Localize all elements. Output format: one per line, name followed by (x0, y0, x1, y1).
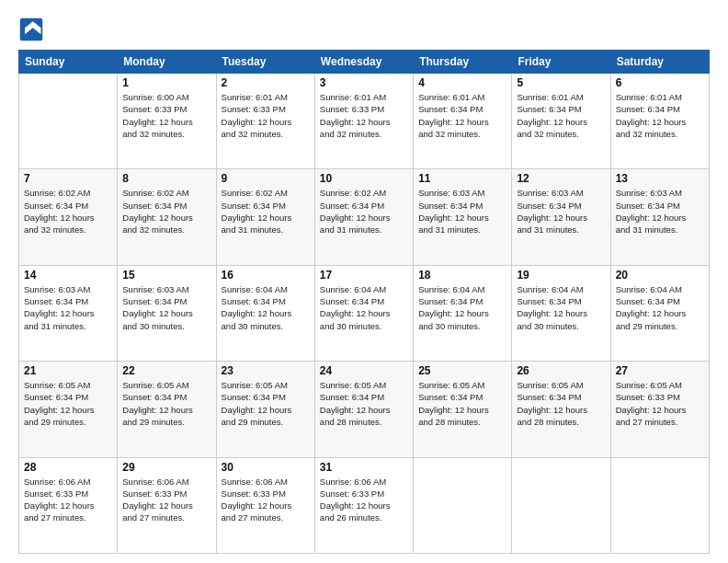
calendar-cell: 17Sunrise: 6:04 AMSunset: 6:34 PMDayligh… (314, 265, 413, 361)
day-header-friday: Friday (512, 51, 610, 74)
day-number: 23 (222, 364, 310, 377)
calendar-cell (512, 457, 610, 553)
day-header-saturday: Saturday (610, 51, 709, 74)
day-info: Sunrise: 6:02 AMSunset: 6:34 PMDaylight:… (222, 187, 310, 236)
day-number: 4 (418, 76, 506, 89)
day-info: Sunrise: 6:04 AMSunset: 6:34 PMDaylight:… (320, 283, 408, 332)
day-number: 27 (616, 364, 704, 377)
calendar-cell: 6Sunrise: 6:01 AMSunset: 6:34 PMDaylight… (610, 74, 709, 169)
calendar-cell: 18Sunrise: 6:04 AMSunset: 6:34 PMDayligh… (414, 265, 512, 361)
day-header-monday: Monday (118, 51, 216, 74)
day-number: 6 (616, 76, 704, 89)
day-info: Sunrise: 6:06 AMSunset: 6:33 PMDaylight:… (222, 476, 310, 524)
day-number: 11 (418, 172, 506, 185)
calendar-header-row: SundayMondayTuesdayWednesdayThursdayFrid… (19, 51, 710, 74)
day-number: 25 (418, 364, 506, 377)
calendar-cell: 20Sunrise: 6:04 AMSunset: 6:34 PMDayligh… (610, 265, 709, 361)
day-number: 3 (320, 76, 408, 89)
day-number: 20 (616, 269, 704, 282)
calendar-cell: 15Sunrise: 6:03 AMSunset: 6:34 PMDayligh… (118, 265, 216, 361)
day-info: Sunrise: 6:02 AMSunset: 6:34 PMDaylight:… (320, 187, 408, 236)
day-info: Sunrise: 6:05 AMSunset: 6:34 PMDaylight:… (24, 379, 112, 428)
calendar-cell: 11Sunrise: 6:03 AMSunset: 6:34 PMDayligh… (414, 169, 512, 265)
day-header-sunday: Sunday (19, 51, 118, 74)
day-info: Sunrise: 6:04 AMSunset: 6:34 PMDaylight:… (418, 283, 506, 332)
day-info: Sunrise: 6:01 AMSunset: 6:33 PMDaylight:… (222, 91, 310, 140)
day-info: Sunrise: 6:04 AMSunset: 6:34 PMDaylight:… (222, 283, 310, 332)
day-info: Sunrise: 6:05 AMSunset: 6:34 PMDaylight:… (222, 379, 310, 428)
day-number: 17 (320, 269, 408, 282)
calendar-week-2: 7Sunrise: 6:02 AMSunset: 6:34 PMDaylight… (19, 169, 710, 265)
calendar-cell: 21Sunrise: 6:05 AMSunset: 6:34 PMDayligh… (19, 362, 118, 457)
calendar-cell: 23Sunrise: 6:05 AMSunset: 6:34 PMDayligh… (216, 362, 314, 457)
calendar-cell: 2Sunrise: 6:01 AMSunset: 6:33 PMDaylight… (216, 74, 314, 169)
day-number: 21 (24, 364, 112, 377)
day-number: 24 (320, 364, 408, 377)
calendar-week-4: 21Sunrise: 6:05 AMSunset: 6:34 PMDayligh… (19, 362, 710, 457)
calendar-cell: 24Sunrise: 6:05 AMSunset: 6:34 PMDayligh… (314, 362, 413, 457)
day-header-wednesday: Wednesday (314, 51, 413, 74)
day-header-thursday: Thursday (414, 51, 512, 74)
calendar-cell: 3Sunrise: 6:01 AMSunset: 6:33 PMDaylight… (314, 74, 413, 169)
day-number: 26 (517, 364, 605, 377)
day-number: 31 (320, 461, 408, 474)
day-number: 28 (24, 461, 112, 474)
calendar-week-5: 28Sunrise: 6:06 AMSunset: 6:33 PMDayligh… (19, 457, 710, 553)
calendar-cell: 26Sunrise: 6:05 AMSunset: 6:34 PMDayligh… (512, 362, 610, 457)
day-number: 1 (122, 76, 210, 89)
day-info: Sunrise: 6:03 AMSunset: 6:34 PMDaylight:… (24, 283, 112, 332)
day-info: Sunrise: 6:02 AMSunset: 6:34 PMDaylight:… (122, 187, 210, 236)
calendar-cell: 27Sunrise: 6:05 AMSunset: 6:33 PMDayligh… (610, 362, 709, 457)
calendar-cell: 19Sunrise: 6:04 AMSunset: 6:34 PMDayligh… (512, 265, 610, 361)
day-number: 15 (122, 269, 210, 282)
day-info: Sunrise: 6:02 AMSunset: 6:34 PMDaylight:… (24, 187, 112, 236)
day-info: Sunrise: 6:04 AMSunset: 6:34 PMDaylight:… (616, 283, 704, 332)
day-header-tuesday: Tuesday (216, 51, 314, 74)
day-info: Sunrise: 6:06 AMSunset: 6:33 PMDaylight:… (122, 476, 210, 524)
day-info: Sunrise: 6:03 AMSunset: 6:34 PMDaylight:… (122, 283, 210, 332)
calendar-cell: 22Sunrise: 6:05 AMSunset: 6:34 PMDayligh… (118, 362, 216, 457)
calendar-cell: 10Sunrise: 6:02 AMSunset: 6:34 PMDayligh… (314, 169, 413, 265)
calendar-week-3: 14Sunrise: 6:03 AMSunset: 6:34 PMDayligh… (19, 265, 710, 361)
calendar-cell: 8Sunrise: 6:02 AMSunset: 6:34 PMDaylight… (118, 169, 216, 265)
day-info: Sunrise: 6:03 AMSunset: 6:34 PMDaylight:… (517, 187, 605, 236)
calendar-cell: 29Sunrise: 6:06 AMSunset: 6:33 PMDayligh… (118, 457, 216, 553)
calendar-cell: 12Sunrise: 6:03 AMSunset: 6:34 PMDayligh… (512, 169, 610, 265)
day-info: Sunrise: 6:01 AMSunset: 6:33 PMDaylight:… (320, 91, 408, 140)
day-info: Sunrise: 6:06 AMSunset: 6:33 PMDaylight:… (320, 476, 408, 524)
day-info: Sunrise: 6:01 AMSunset: 6:34 PMDaylight:… (616, 91, 704, 140)
calendar-cell (414, 457, 512, 553)
calendar-cell: 30Sunrise: 6:06 AMSunset: 6:33 PMDayligh… (216, 457, 314, 553)
day-info: Sunrise: 6:05 AMSunset: 6:34 PMDaylight:… (418, 379, 506, 428)
day-info: Sunrise: 6:05 AMSunset: 6:34 PMDaylight:… (517, 379, 605, 428)
day-info: Sunrise: 6:01 AMSunset: 6:34 PMDaylight:… (418, 91, 506, 140)
logo (18, 17, 48, 42)
day-info: Sunrise: 6:03 AMSunset: 6:34 PMDaylight:… (616, 187, 704, 236)
calendar-cell: 1Sunrise: 6:00 AMSunset: 6:33 PMDaylight… (118, 74, 216, 169)
day-number: 30 (222, 461, 310, 474)
day-number: 7 (24, 172, 112, 185)
page-header (18, 17, 710, 42)
logo-icon (18, 17, 44, 42)
day-number: 12 (517, 172, 605, 185)
day-number: 14 (24, 269, 112, 282)
day-info: Sunrise: 6:05 AMSunset: 6:34 PMDaylight:… (320, 379, 408, 428)
calendar-cell: 13Sunrise: 6:03 AMSunset: 6:34 PMDayligh… (610, 169, 709, 265)
day-number: 5 (517, 76, 605, 89)
calendar-cell: 5Sunrise: 6:01 AMSunset: 6:34 PMDaylight… (512, 74, 610, 169)
calendar-cell: 25Sunrise: 6:05 AMSunset: 6:34 PMDayligh… (414, 362, 512, 457)
day-info: Sunrise: 6:06 AMSunset: 6:33 PMDaylight:… (24, 476, 112, 524)
calendar-cell: 14Sunrise: 6:03 AMSunset: 6:34 PMDayligh… (19, 265, 118, 361)
day-number: 10 (320, 172, 408, 185)
calendar-cell (19, 74, 118, 169)
day-info: Sunrise: 6:00 AMSunset: 6:33 PMDaylight:… (122, 91, 210, 140)
day-number: 29 (122, 461, 210, 474)
calendar-week-1: 1Sunrise: 6:00 AMSunset: 6:33 PMDaylight… (19, 74, 710, 169)
day-number: 22 (122, 364, 210, 377)
calendar-page: SundayMondayTuesdayWednesdayThursdayFrid… (0, 0, 728, 563)
calendar-cell (610, 457, 709, 553)
calendar-table: SundayMondayTuesdayWednesdayThursdayFrid… (18, 50, 710, 554)
day-info: Sunrise: 6:05 AMSunset: 6:34 PMDaylight:… (122, 379, 210, 428)
calendar-cell: 9Sunrise: 6:02 AMSunset: 6:34 PMDaylight… (216, 169, 314, 265)
day-number: 18 (418, 269, 506, 282)
